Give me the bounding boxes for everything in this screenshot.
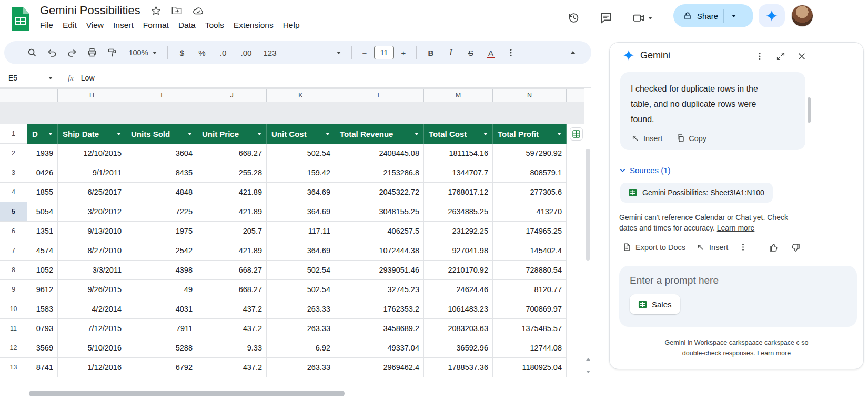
cell[interactable]: 0426 (27, 163, 58, 183)
column-header-N[interactable]: N (493, 89, 567, 102)
cell[interactable]: 49337.04 (335, 338, 424, 358)
row-header-13[interactable]: 13 (0, 358, 27, 377)
row-header-9[interactable]: 9 (0, 280, 27, 299)
percent-format-button[interactable]: % (193, 44, 211, 61)
cell[interactable]: 263.33 (267, 299, 335, 319)
cell[interactable]: 413270 (493, 202, 567, 222)
increase-font-size-button[interactable]: + (396, 44, 411, 61)
cell[interactable]: 3/3/2011 (58, 261, 126, 280)
move-folder-icon[interactable] (171, 6, 182, 15)
cell[interactable]: 421.89 (197, 241, 267, 261)
disclaimer-learn-more-link[interactable]: Learn more (717, 224, 755, 232)
cell[interactable]: 1762353.2 (335, 299, 424, 319)
cell[interactable]: 1052 (27, 261, 58, 280)
prompt-input[interactable]: Enter a prompt here Sales (619, 266, 857, 327)
table-header-total-cost[interactable]: Total Cost (424, 124, 493, 144)
column-filter-chevron-icon[interactable] (415, 133, 419, 135)
cell[interactable]: 263.33 (267, 358, 335, 377)
cell[interactable]: 5054 (27, 202, 58, 222)
cell[interactable]: 4848 (126, 183, 197, 202)
menu-data[interactable]: Data (174, 19, 200, 32)
cell[interactable]: 1975 (126, 222, 197, 241)
insert-response-button[interactable]: Insert (631, 134, 662, 143)
column-filter-chevron-icon[interactable] (257, 133, 261, 135)
search-menus-icon[interactable] (23, 44, 41, 61)
select-all-corner[interactable] (0, 89, 27, 102)
italic-button[interactable]: I (442, 44, 460, 61)
cell[interactable]: 2542 (126, 241, 197, 261)
row-header-5[interactable]: 5 (0, 202, 27, 222)
menu-edit[interactable]: Edit (58, 19, 82, 32)
column-header-J[interactable]: J (197, 89, 267, 102)
column-header-H[interactable]: H (58, 89, 126, 102)
redo-icon[interactable] (63, 44, 81, 61)
share-dropdown[interactable] (724, 15, 744, 17)
suggestion-chip-sales[interactable]: Sales (630, 294, 680, 314)
decrease-font-size-button[interactable]: − (357, 44, 372, 61)
cell[interactable]: 597290.92 (493, 144, 567, 163)
row-header-3[interactable]: 3 (0, 163, 27, 183)
row-header-11[interactable]: 11 (0, 319, 27, 338)
export-to-docs-button[interactable]: Export to Docs (619, 239, 689, 255)
horizontal-scrollbar[interactable] (27, 391, 583, 397)
cell[interactable]: 1939 (27, 144, 58, 163)
table-header-total-revenue[interactable]: Total Revenue (335, 124, 424, 144)
table-options-button[interactable] (570, 127, 583, 141)
cell[interactable]: 3/20/2012 (58, 202, 126, 222)
decrease-decimal-button[interactable]: .0 (213, 44, 233, 61)
gemini-button[interactable] (759, 4, 785, 27)
column-filter-chevron-icon[interactable] (188, 133, 192, 135)
cell[interactable]: 4/2/2014 (58, 299, 126, 319)
cell[interactable]: 2634885.25 (424, 202, 493, 222)
cell[interactable]: 502.54 (267, 261, 335, 280)
cloud-status-icon[interactable] (193, 6, 204, 15)
column-filter-chevron-icon[interactable] (326, 133, 330, 135)
cell[interactable]: 668.27 (197, 261, 267, 280)
star-icon[interactable] (151, 6, 161, 16)
cell[interactable]: 6.92 (267, 338, 335, 358)
cell[interactable]: 668.27 (197, 280, 267, 299)
sheets-logo[interactable] (12, 7, 29, 31)
print-icon[interactable] (83, 44, 101, 61)
formula-input[interactable]: Low (81, 74, 95, 82)
cell[interactable]: 1351 (27, 222, 58, 241)
row-header-12[interactable]: 12 (0, 338, 27, 358)
cell[interactable]: 502.54 (267, 280, 335, 299)
column-filter-chevron-icon[interactable] (48, 133, 53, 135)
cell[interactable]: 502.54 (267, 144, 335, 163)
panel-scrollbar-thumb[interactable] (808, 97, 811, 123)
comment-icon[interactable] (597, 8, 615, 27)
bold-button[interactable]: B (422, 44, 440, 61)
sources-toggle[interactable]: Sources (1) (619, 166, 671, 175)
cell[interactable]: 1811154.16 (424, 144, 493, 163)
cell[interactable]: 117.11 (267, 222, 335, 241)
vertical-scrollbar[interactable] (584, 88, 591, 400)
cell[interactable]: 406257.5 (335, 222, 424, 241)
row-header-10[interactable]: 10 (0, 299, 27, 319)
cell[interactable]: 1061483.23 (424, 299, 493, 319)
table-header-d[interactable]: D (27, 124, 58, 144)
menu-file[interactable]: File (35, 19, 58, 32)
cell[interactable]: 159.42 (267, 163, 335, 183)
menu-format[interactable]: Format (138, 19, 174, 32)
font-family-select[interactable] (291, 44, 346, 61)
collapse-toolbar-icon[interactable] (564, 44, 582, 61)
cell[interactable]: 700869.97 (493, 299, 567, 319)
cell[interactable]: 255.28 (197, 163, 267, 183)
cell[interactable]: 9.33 (197, 338, 267, 358)
insert-action-button[interactable]: Insert (693, 239, 731, 255)
cell[interactable]: 421.89 (197, 202, 267, 222)
menu-view[interactable]: View (82, 19, 108, 32)
row-header-8[interactable]: 8 (0, 261, 27, 280)
cell[interactable]: 1768017.12 (424, 183, 493, 202)
cell[interactable]: 1344707.7 (424, 163, 493, 183)
cell[interactable]: 4031 (126, 299, 197, 319)
cell[interactable]: 3048155.25 (335, 202, 424, 222)
cell[interactable]: 263.33 (267, 319, 335, 338)
cell[interactable]: 1788537.36 (424, 358, 493, 377)
footer-learn-more-link[interactable]: Learn more (757, 349, 791, 357)
meet-camera-icon[interactable] (627, 8, 658, 27)
column-header-partial[interactable] (27, 89, 58, 102)
column-header-M[interactable]: M (424, 89, 493, 102)
cell[interactable]: 2083203.63 (424, 319, 493, 338)
